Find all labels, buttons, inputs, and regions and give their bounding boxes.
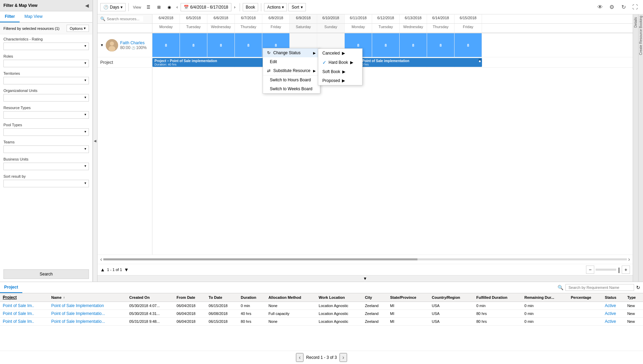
tab-filter[interactable]: Filter	[0, 11, 20, 22]
bottom-collapse-toggle[interactable]: ▼	[97, 275, 633, 282]
col-allocation-method[interactable]: Allocation Method	[266, 293, 316, 302]
resource-search-input[interactable]	[105, 16, 143, 22]
actions-label: Actions	[267, 5, 280, 10]
context-menu-switch-hours[interactable]: Switch to Hours Board	[263, 75, 320, 84]
col-created-on[interactable]: Created On	[127, 293, 174, 302]
submenu-canceled[interactable]: Canceled ▶	[318, 49, 362, 58]
field-select-business-units[interactable]	[3, 163, 89, 170]
day-cell-5: Friday	[262, 24, 290, 33]
field-select-rating[interactable]	[3, 43, 89, 50]
col-city[interactable]: City	[362, 293, 387, 302]
eye-button[interactable]: 👁	[595, 2, 605, 12]
prev-scroll-button[interactable]: ‹	[100, 256, 102, 262]
resource-name[interactable]: Faith Charles	[120, 40, 149, 45]
field-select-roles[interactable]	[3, 60, 89, 67]
bottom-tab-project[interactable]: Project	[0, 282, 22, 293]
col-from-date[interactable]: From Date	[174, 293, 206, 302]
cell-type: New	[624, 310, 643, 318]
create-resource-booking-label[interactable]: Create Resource Booking	[639, 14, 643, 57]
tab-map-view[interactable]: Map View	[20, 11, 47, 22]
field-select-org-units[interactable]	[3, 94, 89, 102]
zoom-in-button[interactable]: +	[622, 266, 630, 274]
context-menu-change-status[interactable]: ↻ Change Status ▶	[263, 48, 320, 57]
options-button[interactable]: Options ▾	[67, 25, 89, 32]
details-label[interactable]: Details	[634, 16, 638, 29]
col-fulfilled[interactable]: Fulfilled Duration	[473, 293, 521, 302]
col-project[interactable]: Project	[0, 293, 48, 302]
fullscreen-button[interactable]: ⛶	[630, 2, 640, 12]
col-name[interactable]: Name ↑	[48, 293, 126, 302]
svg-point-2	[108, 46, 115, 51]
booking-bar-2-duration: Duration: 40 hrs	[347, 63, 480, 66]
col-percentage[interactable]: Percentage	[568, 293, 602, 302]
sort-button[interactable]: Sort ▾	[288, 3, 306, 11]
next-date-button[interactable]: ›	[233, 3, 237, 11]
dot-icon: ●	[479, 59, 481, 61]
col-state[interactable]: State/Province	[387, 293, 429, 302]
grid-view-button[interactable]: ⊞	[154, 3, 163, 11]
col-duration[interactable]: Duration	[238, 293, 266, 302]
actions-button[interactable]: Actions ▾	[264, 3, 287, 11]
prev-date-button[interactable]: ‹	[175, 3, 179, 11]
submenu-canceled-arrow: ▶	[342, 51, 345, 56]
col-type[interactable]: Type	[624, 293, 643, 302]
day-cell-10: Wednesday	[400, 24, 427, 33]
settings-button[interactable]: ⚙	[607, 2, 617, 12]
hour-cell-10: 8	[400, 33, 427, 57]
resource-expand-button[interactable]: ▼	[100, 43, 104, 47]
cell-status: Active	[602, 302, 624, 310]
cell-percentage	[568, 318, 602, 326]
left-panel: Filter & Map View ◀ Filter Map View Filt…	[0, 0, 93, 282]
cell-status: Active	[602, 318, 624, 326]
cell-method: Full capacity	[266, 310, 316, 318]
context-menu-edit[interactable]: Edit	[263, 57, 320, 66]
submenu-soft-book[interactable]: Soft Book ▶	[318, 67, 362, 76]
days-button[interactable]: 🕐 Days ▾	[100, 3, 126, 11]
field-select-teams[interactable]	[3, 145, 89, 153]
view-label: View	[131, 5, 142, 9]
field-select-sort[interactable]	[3, 180, 89, 187]
bottom-refresh-button[interactable]: ↻	[636, 285, 640, 290]
day-cell-7: Sunday	[317, 24, 345, 33]
booking-bar-2-title: Project – Point of Sale implementation	[347, 59, 480, 63]
book-button[interactable]: Book	[243, 3, 258, 11]
zoom-out-button[interactable]: −	[586, 266, 594, 274]
field-label-territories: Territories	[3, 71, 89, 75]
submenu-proposed[interactable]: Proposed ▶	[318, 76, 362, 85]
field-select-pool-types[interactable]	[3, 128, 89, 136]
panel-collapse-toggle[interactable]: ◀	[93, 0, 97, 282]
bottom-search-input[interactable]	[565, 284, 634, 291]
scroll-thumb[interactable]	[103, 258, 417, 260]
sync-button[interactable]: ↻	[618, 2, 629, 12]
col-remaining[interactable]: Remaining Dur...	[522, 293, 568, 302]
cell-fulfilled: 0 min	[473, 302, 521, 310]
cell-type: New	[624, 302, 643, 310]
next-page-button[interactable]: ›	[340, 353, 347, 362]
context-menu-substitute[interactable]: ⇄ Substitute Resource ▶	[263, 66, 320, 75]
pagination-bar: ‹ Record 1 - 3 of 3 ›	[0, 351, 643, 364]
submenu-hard-book[interactable]: ✓ Hard Book ▶	[318, 58, 362, 67]
search-button[interactable]: Search	[3, 269, 89, 279]
chart-view-button[interactable]: ◉	[165, 3, 174, 11]
cell-method: None	[266, 302, 316, 310]
collapse-left-panel-button[interactable]: ◀	[85, 3, 89, 8]
scroll-track[interactable]	[103, 258, 627, 260]
field-label-pool-types: Pool Types	[3, 123, 89, 127]
page-up-button[interactable]: ▲	[100, 267, 105, 272]
field-select-resource-types[interactable]	[3, 111, 89, 119]
list-view-button[interactable]: ☰	[144, 3, 153, 11]
booking-bar-2[interactable]: Project – Point of Sale implementation D…	[345, 58, 482, 67]
col-to-date[interactable]: To Date	[206, 293, 238, 302]
col-work-location[interactable]: Work Location	[316, 293, 362, 302]
col-country[interactable]: Country/Region	[429, 293, 474, 302]
field-label-resource-types: Resource Types	[3, 106, 89, 110]
chevron-down-icon: ▾	[120, 5, 123, 10]
context-menu-switch-weeks[interactable]: Switch to Weeks Board	[263, 84, 320, 93]
col-status[interactable]: Status	[602, 293, 624, 302]
prev-page-button[interactable]: ‹	[296, 353, 303, 362]
next-scroll-button[interactable]: ›	[628, 256, 630, 262]
day-cell-3: Wednesday	[207, 24, 235, 33]
page-down-button[interactable]: ▼	[124, 267, 129, 272]
field-select-territories[interactable]	[3, 77, 89, 84]
hour-cell-12: 8	[455, 33, 482, 57]
